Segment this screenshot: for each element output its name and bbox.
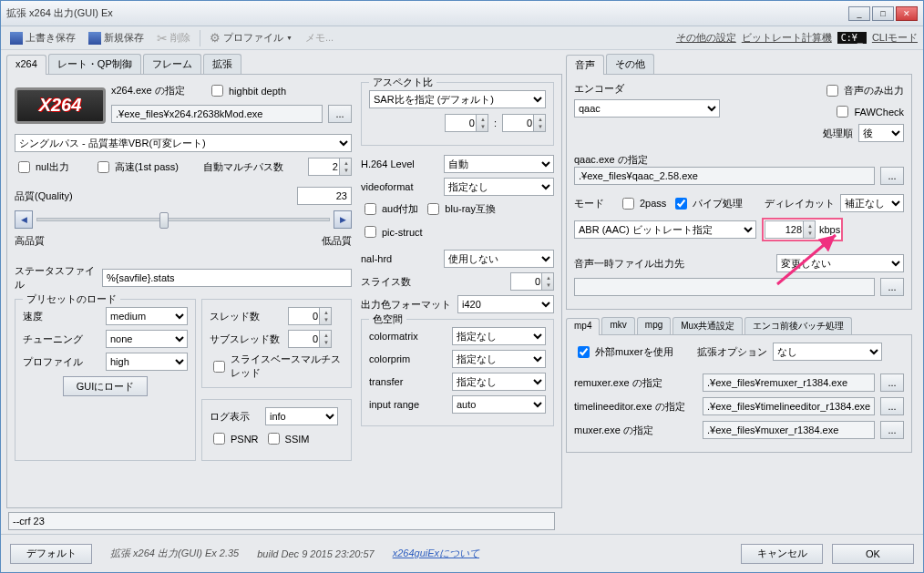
auto-multipass-value[interactable]: 2▲▼ bbox=[308, 158, 352, 176]
other-settings-link[interactable]: その他の設定 bbox=[676, 31, 736, 45]
audio-bitrate[interactable]: 128▲▼ bbox=[765, 220, 816, 239]
sar-h[interactable]: 0▲▼ bbox=[502, 114, 546, 132]
nul-output-checkbox[interactable]: nul出力 bbox=[15, 159, 69, 176]
extopt-select[interactable]: なし bbox=[773, 343, 882, 361]
delete-button[interactable]: ✂削除 bbox=[153, 29, 194, 47]
muxer-path[interactable] bbox=[703, 421, 875, 439]
sar-w[interactable]: 0▲▼ bbox=[445, 114, 488, 132]
tab-mp4[interactable]: mp4 bbox=[566, 318, 600, 335]
close-button[interactable]: ✕ bbox=[896, 6, 918, 21]
twopass-checkbox[interactable]: 2pass bbox=[619, 195, 666, 212]
save-over-button[interactable]: 上書き保存 bbox=[6, 29, 79, 46]
cli-mode-link[interactable]: CLIモード bbox=[872, 31, 918, 45]
stats-file-input[interactable] bbox=[102, 269, 352, 287]
remuxer-path[interactable] bbox=[703, 373, 875, 392]
stats-label: ステータスファイル bbox=[15, 264, 97, 292]
aud-checkbox[interactable]: aud付加 bbox=[361, 200, 418, 218]
audio-only-checkbox[interactable]: 音声のみ出力 bbox=[823, 82, 904, 99]
tab-x264[interactable]: x264 bbox=[6, 55, 46, 75]
tab-rate[interactable]: レート・QP制御 bbox=[48, 54, 141, 74]
ext-muxer-checkbox[interactable]: 外部muxerを使用 bbox=[574, 343, 673, 361]
tab-mkv[interactable]: mkv bbox=[601, 317, 634, 334]
maximize-button[interactable]: □ bbox=[872, 6, 894, 21]
tab-audio[interactable]: 音声 bbox=[566, 55, 604, 75]
speed-select[interactable]: medium bbox=[106, 307, 188, 325]
mode-label: モード bbox=[574, 197, 604, 210]
outfmt-select[interactable]: i420 bbox=[457, 295, 554, 313]
quality-dec-button[interactable]: ◀ bbox=[15, 210, 33, 229]
bluray-checkbox[interactable]: blu-ray互換 bbox=[424, 200, 496, 218]
tab-muxcommon[interactable]: Mux共通設定 bbox=[672, 317, 743, 334]
ssim-checkbox[interactable]: SSIM bbox=[264, 430, 310, 447]
fawcheck-checkbox[interactable]: FAWCheck bbox=[823, 103, 904, 120]
temp-select[interactable]: 変更しない bbox=[776, 254, 904, 272]
tab-ext[interactable]: 拡張 bbox=[203, 54, 241, 74]
x264-exe-browse[interactable]: ... bbox=[328, 105, 352, 123]
tl-browse[interactable]: ... bbox=[880, 397, 904, 415]
colorprim-select[interactable]: 指定なし bbox=[452, 350, 546, 368]
order-select[interactable]: 後 bbox=[858, 124, 904, 142]
memo-button[interactable]: メモ... bbox=[302, 29, 337, 46]
footer: デフォルト 拡張 x264 出力(GUI) Ex 2.35 build Dec … bbox=[1, 534, 923, 572]
x264-exe-path[interactable] bbox=[111, 105, 323, 123]
nalhrd-select[interactable]: 使用しない bbox=[444, 250, 554, 268]
tl-path[interactable] bbox=[703, 397, 875, 415]
auto-multipass-label: 自動マルチパス数 bbox=[203, 160, 283, 174]
status-crf[interactable] bbox=[8, 512, 555, 530]
tab-other[interactable]: その他 bbox=[606, 54, 654, 74]
gui-load-button[interactable]: GUIにロード bbox=[63, 376, 149, 396]
profile-select[interactable]: high bbox=[106, 353, 188, 371]
rate-mode-select[interactable]: シングルパス - 品質基準VBR(可変レート) bbox=[15, 134, 352, 152]
tab-mpg[interactable]: mpg bbox=[637, 317, 671, 334]
ok-button[interactable]: OK bbox=[832, 544, 914, 564]
quality-slider[interactable] bbox=[36, 218, 330, 221]
titlebar: 拡張 x264 出力(GUI) Ex _ □ ✕ bbox=[1, 1, 923, 26]
fast-1stpass-checkbox[interactable]: 高速(1st pass) bbox=[94, 159, 179, 176]
threads-label: スレッド数 bbox=[210, 310, 282, 323]
qaac-exe-path[interactable] bbox=[574, 167, 875, 185]
aspect-mode-select[interactable]: SAR比を指定 (デフォルト) bbox=[369, 90, 546, 108]
qaac-exe-browse[interactable]: ... bbox=[880, 167, 904, 185]
highbit-checkbox[interactable]: highbit depth bbox=[208, 82, 286, 99]
muxer-browse[interactable]: ... bbox=[880, 421, 904, 439]
outfmt-label: 出力色フォーマット bbox=[361, 298, 452, 312]
x264-logo: X264 bbox=[15, 87, 106, 124]
muxer-label: muxer.exe の指定 bbox=[574, 424, 697, 437]
rate-mode-select-audio[interactable]: ABR (AAC) ビットレート指定 bbox=[574, 220, 756, 239]
picstruct-checkbox[interactable]: pic-struct bbox=[361, 223, 423, 240]
subthreads-value[interactable]: 0▲▼ bbox=[288, 330, 332, 348]
muxer-tabs: mp4 mkv mpg Mux共通設定 エンコ前後バッチ処理 bbox=[566, 317, 912, 335]
encoder-select[interactable]: qaac bbox=[574, 99, 720, 118]
minimize-button[interactable]: _ bbox=[848, 6, 870, 21]
lq-label: 低品質 bbox=[322, 234, 352, 248]
quality-inc-button[interactable]: ▶ bbox=[334, 210, 352, 229]
h264level-select[interactable]: 自動 bbox=[444, 155, 554, 173]
save-new-button[interactable]: 新規保存 bbox=[85, 29, 148, 46]
transfer-select[interactable]: 指定なし bbox=[452, 373, 546, 391]
subthreads-label: サブスレッド数 bbox=[210, 333, 282, 346]
psnr-checkbox[interactable]: PSNR bbox=[210, 430, 259, 447]
profile-dropdown[interactable]: ⚙プロファイル ▼ bbox=[206, 29, 296, 46]
slice-value[interactable]: 0▲▼ bbox=[510, 272, 554, 291]
inputrange-select[interactable]: auto bbox=[452, 395, 546, 414]
log-select[interactable]: info bbox=[265, 407, 338, 425]
toolbar: 上書き保存 新規保存 ✂削除 ⚙プロファイル ▼ メモ... その他の設定 ビッ… bbox=[1, 26, 923, 50]
bitrate-calc-link[interactable]: ビットレート計算機 bbox=[742, 31, 832, 45]
tuning-select[interactable]: none bbox=[106, 330, 188, 348]
default-button[interactable]: デフォルト bbox=[10, 544, 92, 564]
cancel-button[interactable]: キャンセル bbox=[741, 544, 823, 564]
tab-batch[interactable]: エンコ前後バッチ処理 bbox=[744, 317, 852, 334]
threads-value[interactable]: 0▲▼ bbox=[288, 307, 332, 325]
remuxer-browse[interactable]: ... bbox=[880, 373, 904, 392]
delay-select[interactable]: 補正なし bbox=[840, 194, 904, 212]
temp-browse[interactable]: ... bbox=[880, 278, 904, 296]
temp-path-input[interactable] bbox=[574, 278, 875, 296]
tab-frame[interactable]: フレーム bbox=[143, 54, 201, 74]
pipe-checkbox[interactable]: パイプ処理 bbox=[672, 195, 743, 212]
about-link[interactable]: x264guiExについて bbox=[393, 547, 479, 560]
videoformat-select[interactable]: 指定なし bbox=[444, 178, 554, 196]
x264-exe-label: x264.exe の指定 bbox=[111, 84, 202, 97]
colormatrix-select[interactable]: 指定なし bbox=[452, 327, 546, 345]
slicemt-checkbox[interactable]: スライスベースマルチスレッド bbox=[210, 353, 344, 380]
quality-value[interactable] bbox=[297, 187, 352, 205]
